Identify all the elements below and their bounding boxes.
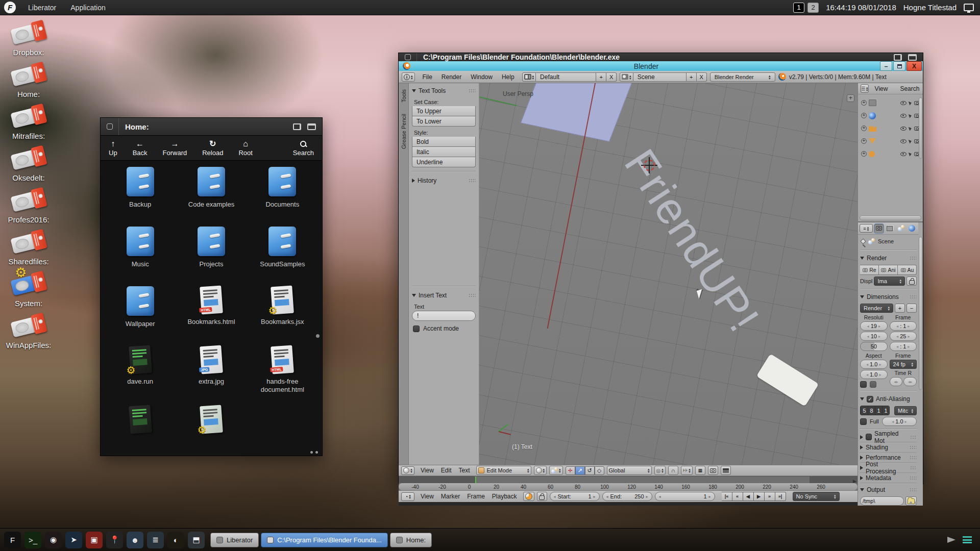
expand-icon[interactable] bbox=[861, 100, 867, 106]
render-engine-select[interactable]: Blender Render▴▾ bbox=[710, 72, 775, 82]
topbar-menu[interactable]: Application bbox=[63, 0, 113, 15]
topbar-menu[interactable]: Liberator bbox=[21, 0, 63, 15]
dimensions-panel-header[interactable]: Dimensions bbox=[860, 292, 917, 302]
outliner-row[interactable] bbox=[859, 109, 922, 122]
duplicate-window-icon[interactable] bbox=[894, 54, 902, 61]
panel-grip-icon[interactable] bbox=[910, 256, 917, 260]
timeline-menu[interactable]: Playback bbox=[488, 493, 521, 500]
toolbar-button[interactable]: Root bbox=[238, 139, 252, 157]
panel-grip-icon[interactable] bbox=[469, 179, 476, 183]
manipulator-scale-icon[interactable]: ◇ bbox=[595, 466, 604, 475]
manipulator-rotate-icon[interactable]: ↺ bbox=[585, 466, 595, 475]
selectability-cursor-icon[interactable] bbox=[909, 152, 912, 156]
display-mode-select[interactable]: Ima▴▾ bbox=[874, 277, 905, 286]
window-menu-icon[interactable] bbox=[399, 53, 417, 61]
aspect-x-field[interactable]: ◂1.0▸ bbox=[860, 360, 888, 369]
autokey-button[interactable] bbox=[523, 492, 534, 501]
dock-icon[interactable]: ➤ bbox=[65, 532, 82, 548]
outliner-editor-icon[interactable]: ☰▴▾ bbox=[861, 84, 869, 93]
object-tab-icon[interactable] bbox=[907, 224, 917, 233]
manipulator-axis-icon[interactable]: ✛ bbox=[566, 466, 575, 475]
expand-icon[interactable] bbox=[861, 138, 867, 144]
file-item[interactable]: ⚙ dave.run bbox=[105, 346, 176, 406]
workspace-button[interactable]: 1 bbox=[793, 3, 804, 13]
frame-start-field[interactable]: ◂Start:1▸ bbox=[550, 492, 600, 501]
desktop-icon[interactable]: ⚙ Oksedelt: bbox=[4, 147, 53, 182]
region-toggle-icon[interactable]: ▶ bbox=[853, 479, 856, 484]
file-browse-icon[interactable] bbox=[905, 496, 917, 506]
aa-samples-button[interactable]: 8 bbox=[868, 406, 875, 415]
playback-button[interactable]: |« bbox=[722, 492, 732, 501]
render-tab-icon[interactable] bbox=[874, 224, 884, 233]
timeline-menu[interactable]: Frame bbox=[463, 493, 488, 500]
filter-size-field[interactable]: ◂1.0▸ bbox=[882, 417, 917, 426]
frame-end-field[interactable]: ◂25▸ bbox=[890, 332, 917, 341]
toolbar-button[interactable]: Back bbox=[133, 139, 148, 157]
frame-end-field[interactable]: ◂End:250▸ bbox=[602, 492, 652, 501]
visibility-eye-icon[interactable] bbox=[900, 114, 906, 118]
delete-layout-button[interactable]: X bbox=[606, 72, 617, 82]
playback-button[interactable]: ◀ bbox=[743, 492, 754, 501]
desktop-icon[interactable]: ⚙ Home: bbox=[4, 63, 53, 98]
file-item[interactable]: SoundSamples bbox=[247, 227, 318, 286]
resolution-x-field[interactable]: ◂19▸ bbox=[860, 321, 888, 331]
panel-grip-icon[interactable] bbox=[469, 89, 476, 93]
blender-outer-titlebar[interactable]: C:\Program Files\Blender Foundation\Blen… bbox=[399, 53, 923, 61]
timeline-menu[interactable]: Marker bbox=[437, 493, 463, 500]
desktop-icon[interactable]: ⚙ Sharedfiles: bbox=[4, 231, 53, 266]
minimize-button[interactable]: – bbox=[880, 61, 892, 71]
panel-grip-icon[interactable] bbox=[910, 456, 917, 460]
panel-grip-icon[interactable] bbox=[910, 466, 917, 470]
menubar-menu[interactable]: Window bbox=[466, 73, 497, 81]
output-panel-header[interactable]: Output bbox=[860, 485, 917, 495]
pin-icon[interactable] bbox=[860, 238, 866, 244]
viewport-menu[interactable]: View bbox=[417, 467, 437, 474]
outliner-row[interactable] bbox=[859, 122, 922, 135]
file-item[interactable]: HTML⚙ Bookmarks.html HTML bbox=[176, 286, 247, 346]
pivot-select[interactable]: ▴▾ bbox=[549, 466, 563, 475]
render-opengl-anim-icon[interactable] bbox=[721, 466, 731, 475]
aa-samples-button[interactable]: 1 bbox=[875, 406, 882, 415]
order-checkbox[interactable] bbox=[870, 381, 876, 388]
panel-grip-icon[interactable] bbox=[910, 476, 917, 480]
dock-icon[interactable]: 📍 bbox=[106, 532, 123, 548]
file-item[interactable]: ⚙ bbox=[105, 406, 176, 455]
desktop-icon[interactable]: ⚙ Dropbox: bbox=[4, 21, 53, 57]
file-item[interactable]: Music bbox=[105, 227, 176, 286]
dock-icon[interactable]: >_ bbox=[24, 532, 41, 548]
send-icon[interactable] bbox=[947, 537, 955, 543]
file-item[interactable]: Code examples bbox=[176, 167, 247, 227]
orientation-select[interactable]: Global▴▾ bbox=[607, 466, 652, 475]
menubar-menu[interactable]: Render bbox=[437, 73, 466, 81]
scroll-indicator[interactable] bbox=[316, 334, 320, 338]
viewport-menu[interactable]: Text bbox=[455, 467, 473, 474]
task-button[interactable]: Home: bbox=[390, 533, 432, 547]
collapsed-panel-header[interactable]: Post Processing bbox=[860, 463, 917, 473]
scene-field[interactable]: Scene bbox=[633, 72, 687, 82]
panel-grip-icon[interactable] bbox=[910, 488, 917, 492]
render-preset-select[interactable]: Render▴▾ bbox=[860, 304, 893, 313]
aa-filter-select[interactable]: Mitc▴▾ bbox=[894, 406, 917, 415]
mode-select[interactable]: Edit Mode ▴▾ bbox=[476, 466, 531, 475]
properties-vscrollbar[interactable] bbox=[919, 237, 922, 390]
file-item[interactable]: Wallpaper bbox=[105, 286, 176, 346]
add-layout-button[interactable]: + bbox=[596, 72, 606, 82]
visibility-eye-icon[interactable] bbox=[900, 152, 906, 156]
collapsed-panel-header[interactable]: Sampled Mot bbox=[860, 432, 917, 442]
aa-samples-button[interactable]: 5 bbox=[861, 406, 868, 415]
collapsed-panel-header[interactable]: Metadata bbox=[860, 473, 917, 483]
outliner-row[interactable] bbox=[859, 135, 922, 147]
selectability-cursor-icon[interactable] bbox=[909, 139, 912, 143]
file-item[interactable]: Projects bbox=[176, 227, 247, 286]
aa-samples-button[interactable]: 1 bbox=[882, 406, 889, 415]
antialiasing-checkbox[interactable]: ✓ bbox=[867, 396, 873, 403]
remove-preset-button[interactable]: − bbox=[906, 304, 917, 313]
dock-icon[interactable]: ≣ bbox=[147, 532, 164, 548]
add-scene-button[interactable]: + bbox=[687, 72, 697, 82]
text-tools-panel-header[interactable]: Text Tools bbox=[412, 86, 476, 96]
tool-shelf-tab[interactable]: Tools bbox=[400, 85, 408, 107]
full-sample-checkbox[interactable] bbox=[860, 418, 867, 425]
screen-layout-field[interactable]: Default bbox=[536, 72, 596, 82]
visibility-eye-icon[interactable] bbox=[900, 139, 906, 143]
region-resize-grip[interactable] bbox=[910, 502, 917, 504]
